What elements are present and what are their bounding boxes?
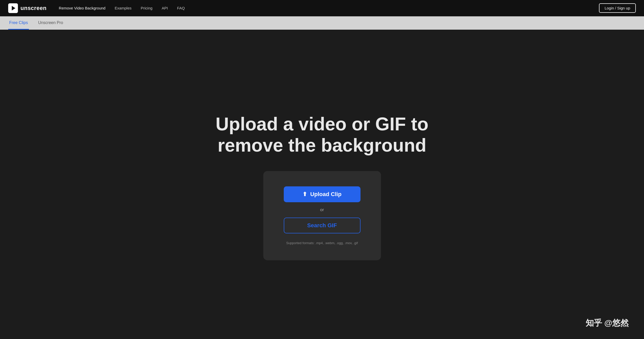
nav-link-pricing[interactable]: Pricing [141, 6, 152, 10]
top-navigation: unscreen Remove Video Background Example… [0, 0, 644, 16]
logo[interactable]: unscreen [8, 3, 47, 13]
upload-card: ⬆ Upload Clip or Search GIF Supported fo… [263, 171, 381, 260]
nav-item-api[interactable]: API [162, 6, 168, 10]
upload-icon: ⬆ [302, 191, 307, 198]
hero-section: Upload a video or GIF to remove the back… [0, 30, 644, 339]
sub-nav-free-clips[interactable]: Free Clips [8, 16, 29, 30]
sub-navigation: Free Clips Unscreen Pro [0, 16, 644, 30]
nav-link-api[interactable]: API [162, 6, 168, 10]
nav-left: unscreen Remove Video Background Example… [8, 3, 185, 13]
nav-item-pricing[interactable]: Pricing [141, 6, 152, 10]
nav-item-faq[interactable]: FAQ [177, 6, 185, 10]
supported-formats-text: Supported formats: .mp4, .webm, .ogg, .m… [286, 241, 358, 245]
nav-links: Remove Video Background Examples Pricing… [59, 6, 185, 10]
nav-item-examples[interactable]: Examples [115, 6, 132, 10]
login-signup-button[interactable]: Login / Sign up [599, 3, 636, 13]
logo-icon [8, 3, 18, 13]
play-icon [12, 6, 15, 10]
nav-link-faq[interactable]: FAQ [177, 6, 185, 10]
sub-nav-unscreen-pro[interactable]: Unscreen Pro [37, 16, 64, 30]
search-gif-button[interactable]: Search GIF [284, 218, 361, 233]
nav-link-remove-video[interactable]: Remove Video Background [59, 6, 105, 10]
nav-link-examples[interactable]: Examples [115, 6, 132, 10]
upload-clip-button[interactable]: ⬆ Upload Clip [284, 186, 361, 202]
watermark: 知乎 @悠然 [586, 318, 629, 329]
hero-title: Upload a video or GIF to remove the back… [207, 114, 437, 156]
or-text: or [320, 207, 324, 212]
nav-item-remove-video[interactable]: Remove Video Background [59, 6, 105, 10]
upload-btn-label: Upload Clip [310, 191, 341, 198]
logo-text: unscreen [20, 5, 47, 12]
